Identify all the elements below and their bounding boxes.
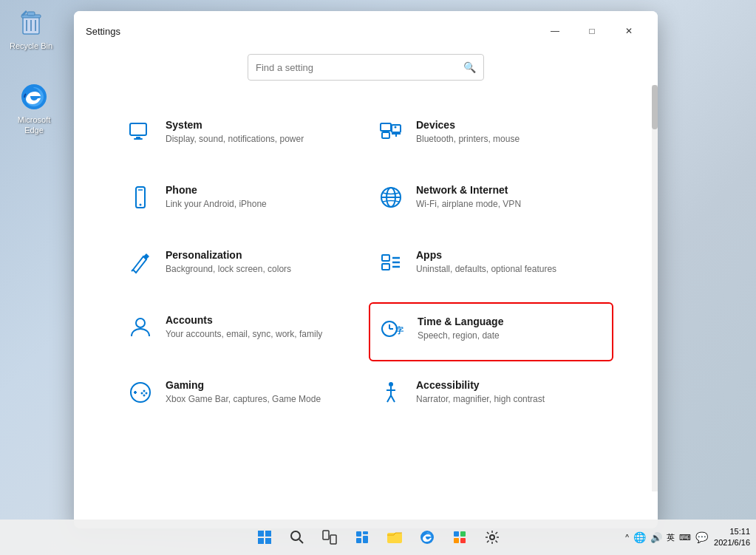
system-icon	[127, 119, 154, 146]
svg-point-36	[146, 392, 148, 395]
file-explorer-button[interactable]	[380, 522, 409, 552]
settings-grid: System Display, sound, notifications, po…	[118, 107, 613, 426]
network-desc: Wi-Fi, airplane mode, VPN	[416, 198, 605, 211]
taskbar-settings-button[interactable]	[477, 522, 507, 552]
apps-icon	[378, 249, 404, 276]
svg-rect-53	[363, 531, 368, 534]
window-controls: — □ ✕	[538, 20, 646, 42]
tray-network[interactable]: 🌐	[633, 531, 646, 543]
accessibility-title: Accessibility	[416, 379, 605, 391]
settings-item-gaming[interactable]: Gaming Xbox Game Bar, captures, Game Mod…	[118, 367, 363, 426]
window-title: Settings	[86, 26, 120, 37]
scrollbar-track[interactable]	[652, 85, 658, 491]
close-button[interactable]: ✕	[612, 20, 646, 42]
settings-item-accessibility[interactable]: Accessibility Narrator, magnifier, high …	[369, 367, 613, 426]
time-language-title: Time & Language	[418, 316, 603, 327]
system-title: System	[166, 119, 354, 131]
settings-item-network[interactable]: Network & Internet Wi-Fi, airplane mode,…	[369, 172, 613, 231]
devices-desc: Bluetooth, printers, mouse	[416, 133, 605, 146]
svg-rect-12	[382, 132, 389, 138]
recycle-bin-image	[16, 8, 46, 38]
search-input[interactable]	[256, 62, 457, 73]
svg-line-23	[132, 270, 133, 271]
time-language-desc: Speech, region, date	[418, 330, 603, 342]
apps-text: Apps Uninstall, defaults, optional featu…	[416, 249, 605, 276]
personalization-title: Personalization	[166, 249, 354, 261]
accessibility-desc: Narrator, magnifier, high contrast	[416, 393, 605, 406]
tray-keyboard[interactable]: ⌨	[679, 533, 691, 542]
edge-label: Microsoft Edge	[7, 115, 61, 136]
phone-icon	[127, 184, 154, 211]
microsoft-edge-icon[interactable]: Microsoft Edge	[4, 79, 64, 139]
settings-item-system[interactable]: System Display, sound, notifications, po…	[118, 107, 363, 166]
svg-rect-52	[356, 531, 361, 537]
taskbar-store-button[interactable]	[445, 522, 474, 552]
system-desc: Display, sound, notifications, power	[166, 133, 354, 146]
system-text: System Display, sound, notifications, po…	[166, 119, 354, 146]
svg-rect-10	[134, 138, 143, 140]
taskbar-search-button[interactable]	[282, 522, 312, 552]
settings-item-accounts[interactable]: Accounts Your accounts, email, sync, wor…	[118, 302, 363, 361]
scrollbar-thumb[interactable]	[652, 85, 658, 129]
taskbar-center	[250, 522, 507, 552]
search-box[interactable]: 🔍	[248, 54, 484, 81]
settings-item-apps[interactable]: Apps Uninstall, defaults, optional featu…	[369, 237, 613, 296]
svg-rect-11	[381, 123, 391, 131]
svg-rect-2	[27, 12, 35, 16]
network-icon	[378, 184, 404, 211]
edge-image	[19, 82, 49, 112]
accessibility-text: Accessibility Narrator, magnifier, high …	[416, 379, 605, 406]
taskbar-time[interactable]: 15:11 2021/6/16	[714, 526, 750, 549]
notification-icon[interactable]: 💬	[695, 531, 708, 543]
network-title: Network & Internet	[416, 184, 605, 196]
svg-point-14	[395, 126, 397, 129]
settings-item-devices[interactable]: Devices Bluetooth, printers, mouse	[369, 107, 613, 166]
tray-volume[interactable]: 🔊	[650, 532, 662, 543]
svg-point-62	[490, 535, 494, 539]
settings-item-time-language[interactable]: 字 Time & Language Speech, region, date	[369, 302, 613, 361]
tray-lang[interactable]: 英	[667, 532, 675, 543]
date-display: 2021/6/16	[714, 537, 750, 548]
search-area: 🔍	[74, 48, 658, 92]
settings-item-personalization[interactable]: Personalization Background, lock screen,…	[118, 237, 363, 296]
svg-text:字: 字	[395, 326, 403, 335]
task-view-button[interactable]	[315, 522, 344, 552]
title-bar: Settings — □ ✕	[74, 11, 658, 48]
taskbar: ^ 🌐 🔊 英 ⌨ 💬 15:11 2021/6/16	[0, 520, 756, 555]
apps-desc: Uninstall, defaults, optional features	[416, 263, 605, 276]
taskbar-right: ^ 🌐 🔊 英 ⌨ 💬 15:11 2021/6/16	[625, 526, 750, 549]
svg-rect-24	[382, 255, 389, 261]
minimize-button[interactable]: —	[538, 20, 572, 42]
svg-point-48	[291, 531, 300, 540]
tray-arrow[interactable]: ^	[625, 534, 629, 542]
accessibility-icon	[378, 379, 404, 406]
svg-point-18	[140, 204, 142, 206]
svg-rect-8	[130, 123, 146, 135]
devices-title: Devices	[416, 119, 605, 131]
time-display: 15:11	[714, 526, 750, 537]
accounts-desc: Your accounts, email, sync, work, family	[166, 328, 354, 341]
svg-point-38	[143, 395, 146, 397]
svg-rect-60	[454, 538, 459, 543]
svg-rect-61	[460, 538, 466, 543]
phone-text: Phone Link your Android, iPhone	[166, 184, 354, 211]
svg-point-39	[389, 382, 393, 387]
svg-rect-44	[258, 531, 264, 537]
recycle-bin-icon[interactable]: Recycle Bin	[1, 5, 61, 54]
start-button[interactable]	[250, 522, 279, 552]
svg-point-37	[141, 392, 143, 395]
apps-title: Apps	[416, 249, 605, 261]
taskbar-edge-button[interactable]	[412, 522, 442, 552]
widgets-button[interactable]	[347, 522, 377, 552]
accounts-icon	[127, 314, 154, 341]
accounts-text: Accounts Your accounts, email, sync, wor…	[166, 314, 354, 341]
svg-rect-58	[454, 531, 459, 537]
phone-desc: Link your Android, iPhone	[166, 198, 354, 211]
gaming-text: Gaming Xbox Game Bar, captures, Game Mod…	[166, 379, 354, 406]
gaming-desc: Xbox Game Bar, captures, Game Mode	[166, 393, 354, 406]
svg-rect-46	[258, 538, 264, 544]
settings-window: Settings — □ ✕ 🔍	[74, 11, 658, 528]
settings-item-phone[interactable]: Phone Link your Android, iPhone	[118, 172, 363, 231]
phone-title: Phone	[166, 184, 354, 196]
maximize-button[interactable]: □	[575, 20, 609, 42]
